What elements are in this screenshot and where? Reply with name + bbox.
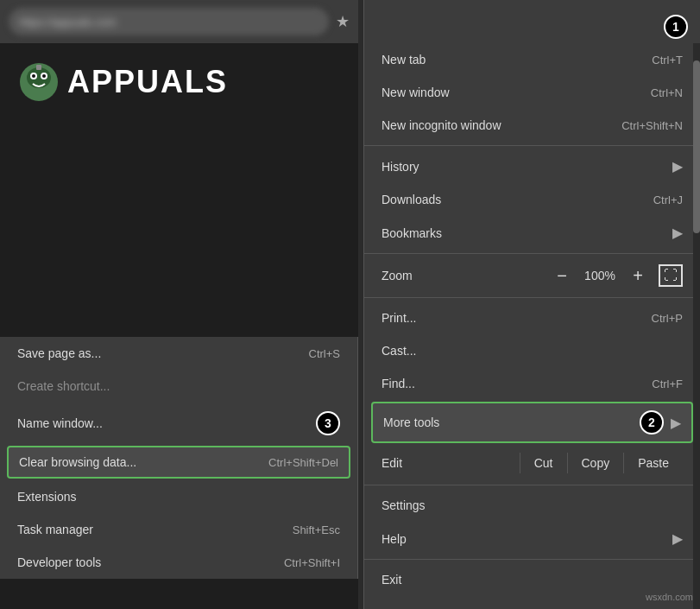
zoom-controls: − 100% + ⛶ (552, 264, 683, 287)
menu-item-find-shortcut: Ctrl+F (652, 377, 683, 390)
separator-5 (364, 559, 700, 560)
submenu-name-window-label: Name window... (17, 416, 103, 430)
menu-item-find[interactable]: Find... Ctrl+F (364, 367, 700, 400)
submenu-developer-tools-shortcut: Ctrl+Shift+I (284, 556, 340, 569)
menu-item-new-tab-shortcut: Ctrl+T (652, 54, 683, 67)
menu-item-help[interactable]: Help ▶ (364, 522, 700, 555)
separator-3 (364, 297, 700, 298)
submenu-create-shortcut-label: Create shortcut... (17, 379, 110, 393)
submenu-clear-browsing-label: Clear browsing data... (19, 455, 136, 469)
submenu-save-page[interactable]: Save page as... Ctrl+S (0, 337, 357, 370)
zoom-value: 100% (583, 269, 617, 282)
paste-button[interactable]: Paste (623, 453, 683, 473)
submenu-extensions[interactable]: Extensions (0, 480, 357, 513)
menu-item-new-tab[interactable]: New tab Ctrl+T (364, 43, 700, 76)
zoom-minus-button[interactable]: − (552, 266, 572, 286)
menu-item-print-label: Print... (382, 311, 416, 325)
submenu-clear-browsing[interactable]: Clear browsing data... Ctrl+Shift+Del (7, 446, 350, 479)
menu-item-settings-label: Settings (382, 498, 426, 512)
browser-top-bar: https://appuals.com ★ (0, 0, 358, 43)
zoom-row: Zoom − 100% + ⛶ (364, 257, 700, 294)
menu-item-incognito-label: New incognito window (382, 118, 501, 132)
menu-item-print-shortcut: Ctrl+P (652, 312, 683, 325)
submenu-clear-browsing-shortcut: Ctrl+Shift+Del (268, 456, 338, 469)
more-tools-right: 2 ▶ (640, 410, 681, 435)
menu-item-new-tab-label: New tab (382, 53, 426, 67)
submenu-task-manager[interactable]: Task manager Shift+Esc (0, 513, 357, 546)
menu-item-bookmarks-label: Bookmarks (382, 226, 442, 240)
more-tools-submenu: Save page as... Ctrl+S Create shortcut..… (0, 337, 358, 579)
menu-item-incognito-shortcut: Ctrl+Shift+N (621, 119, 683, 132)
submenu-save-page-label: Save page as... (17, 346, 101, 360)
appuals-logo: APPUALS (17, 60, 228, 104)
submenu-clear-row-wrapper: Clear browsing data... Ctrl+Shift+Del (0, 444, 357, 480)
menu-item-cast[interactable]: Cast... (364, 334, 700, 367)
annotation-2: 2 (640, 410, 664, 435)
more-tools-row: More tools 2 ▶ (364, 400, 700, 445)
separator-2 (364, 253, 700, 254)
menu-item-more-tools[interactable]: More tools 2 ▶ (371, 402, 693, 443)
menu-item-downloads-shortcut: Ctrl+J (653, 193, 683, 206)
svg-point-5 (42, 74, 46, 78)
menu-item-exit-label: Exit (382, 573, 401, 587)
menu-item-find-label: Find... (382, 377, 415, 390)
submenu-developer-tools-label: Developer tools (17, 555, 101, 569)
menu-item-bookmarks-arrow: ▶ (672, 225, 683, 241)
svg-point-1 (27, 67, 51, 88)
annotation-1: 1 (664, 15, 688, 39)
chrome-main-menu: New tab Ctrl+T New window Ctrl+N New inc… (363, 0, 700, 609)
menu-item-new-window-label: New window (382, 86, 450, 99)
bookmark-star-icon[interactable]: ★ (336, 12, 350, 31)
address-bar[interactable]: https://appuals.com (9, 8, 329, 35)
cut-button[interactable]: Cut (520, 453, 567, 473)
menu-item-incognito[interactable]: New incognito window Ctrl+Shift+N (364, 109, 700, 142)
menu-item-downloads-label: Downloads (382, 193, 441, 206)
watermark: wsxdn.com (646, 592, 693, 602)
submenu-extensions-label: Extensions (17, 490, 76, 504)
menu-item-downloads[interactable]: Downloads Ctrl+J (364, 183, 700, 216)
zoom-plus-button[interactable]: + (627, 266, 648, 286)
separator-1 (364, 145, 700, 146)
annotation-3: 3 (316, 411, 340, 435)
zoom-label: Zoom (382, 269, 552, 282)
menu-item-help-arrow: ▶ (672, 530, 683, 547)
menu-item-bookmarks[interactable]: Bookmarks ▶ (364, 216, 700, 250)
copy-button[interactable]: Copy (567, 453, 624, 473)
menu-item-history-arrow: ▶ (672, 158, 683, 174)
menu-item-print[interactable]: Print... Ctrl+P (364, 301, 700, 334)
edit-label: Edit (382, 456, 520, 470)
submenu-name-window[interactable]: Name window... 3 (0, 403, 357, 444)
scrollbar-thumb[interactable] (693, 60, 700, 233)
menu-item-help-label: Help (382, 532, 407, 546)
menu-item-history[interactable]: History ▶ (364, 149, 700, 183)
submenu-save-page-shortcut: Ctrl+S (309, 347, 340, 360)
scrollbar-track (693, 43, 700, 609)
menu-item-more-tools-arrow: ▶ (671, 415, 681, 431)
submenu-task-manager-label: Task manager (17, 523, 93, 536)
menu-item-settings[interactable]: Settings (364, 489, 700, 522)
logo-text: APPUALS (67, 64, 228, 100)
submenu-developer-tools[interactable]: Developer tools Ctrl+Shift+I (0, 546, 357, 579)
svg-point-4 (32, 74, 35, 78)
svg-rect-6 (36, 65, 41, 70)
zoom-fullscreen-button[interactable]: ⛶ (659, 264, 683, 287)
menu-item-new-window[interactable]: New window Ctrl+N (364, 76, 700, 109)
separator-4 (364, 485, 700, 485)
submenu-task-manager-shortcut: Shift+Esc (293, 523, 340, 536)
menu-item-more-tools-label: More tools (383, 416, 439, 429)
menu-item-cast-label: Cast... (382, 344, 416, 358)
menu-item-new-window-shortcut: Ctrl+N (651, 86, 683, 99)
edit-row: Edit Cut Copy Paste (364, 445, 700, 481)
logo-mascot-icon (17, 60, 60, 104)
menu-item-history-label: History (382, 160, 419, 174)
submenu-create-shortcut[interactable]: Create shortcut... (0, 370, 357, 403)
